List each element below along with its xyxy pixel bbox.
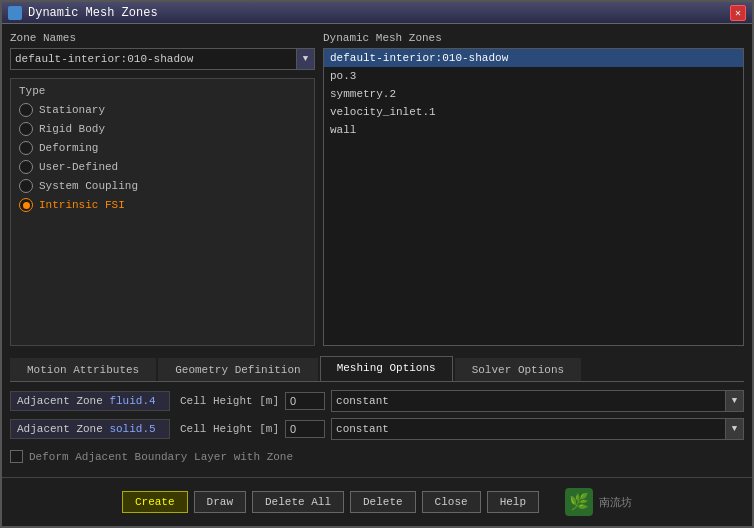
zone-dropdown-container: default-interior:010-shadow ▼ (10, 48, 315, 70)
radio-system-coupling[interactable]: System Coupling (19, 179, 306, 193)
main-content: Zone Names default-interior:010-shadow ▼… (2, 24, 752, 354)
watermark: 🌿 南流坊 (565, 488, 632, 516)
radio-stationary[interactable]: Stationary (19, 103, 306, 117)
field-row-solid5: Adjacent Zone solid.5 Cell Height [m] co… (10, 418, 744, 440)
constant-dropdown-2[interactable]: constant (331, 418, 726, 440)
deform-checkbox[interactable] (10, 450, 23, 463)
list-item-symmetry2[interactable]: symmetry.2 (324, 85, 743, 103)
type-label: Type (19, 85, 306, 97)
radio-circle-system-coupling (19, 179, 33, 193)
adjacent-zone-label-2: Adjacent Zone solid.5 (10, 419, 170, 439)
radio-label-deforming: Deforming (39, 142, 98, 154)
zone-dropdown-arrow[interactable]: ▼ (297, 48, 315, 70)
radio-deforming[interactable]: Deforming (19, 141, 306, 155)
cell-height-label-2: Cell Height [m] (180, 423, 279, 435)
radio-dot-intrinsic-fsi (23, 202, 30, 209)
cell-height-label-1: Cell Height [m] (180, 395, 279, 407)
tabs-row: Motion Attributes Geometry Definition Me… (10, 354, 744, 382)
close-button[interactable]: ✕ (730, 5, 746, 21)
adjacent-zone-value-2: solid.5 (109, 423, 155, 435)
tab-solver-options[interactable]: Solver Options (455, 358, 581, 381)
cell-height-input-2[interactable] (285, 420, 325, 438)
list-item-po3[interactable]: po.3 (324, 67, 743, 85)
draw-button[interactable]: Draw (194, 491, 246, 513)
tab-content-meshing: Adjacent Zone fluid.4 Cell Height [m] co… (2, 382, 752, 477)
radio-intrinsic-fsi[interactable]: Intrinsic FSI (19, 198, 306, 212)
field-row-fluid4: Adjacent Zone fluid.4 Cell Height [m] co… (10, 390, 744, 412)
tab-motion-attributes[interactable]: Motion Attributes (10, 358, 156, 381)
title-bar: Dynamic Mesh Zones ✕ (2, 2, 752, 24)
radio-label-system-coupling: System Coupling (39, 180, 138, 192)
adjacent-zone-value-1: fluid.4 (109, 395, 155, 407)
radio-circle-rigid-body (19, 122, 33, 136)
constant-dropdown-1[interactable]: constant (331, 390, 726, 412)
list-item-default-interior[interactable]: default-interior:010-shadow (324, 49, 743, 67)
zone-names-label: Zone Names (10, 32, 315, 44)
list-item-wall[interactable]: wall (324, 121, 743, 139)
radio-user-defined[interactable]: User-Defined (19, 160, 306, 174)
cell-height-input-1[interactable] (285, 392, 325, 410)
tab-meshing-options[interactable]: Meshing Options (320, 356, 453, 381)
watermark-icon: 🌿 (565, 488, 593, 516)
close-bottom-button[interactable]: Close (422, 491, 481, 513)
dynamic-mesh-zones-label: Dynamic Mesh Zones (323, 32, 744, 44)
constant-dropdown-arrow-2[interactable]: ▼ (726, 418, 744, 440)
watermark-text: 南流坊 (599, 495, 632, 510)
help-button[interactable]: Help (487, 491, 539, 513)
right-panel: Dynamic Mesh Zones default-interior:010-… (323, 32, 744, 346)
main-window: Dynamic Mesh Zones ✕ Zone Names default-… (0, 0, 754, 528)
zone-dropdown[interactable]: default-interior:010-shadow (10, 48, 297, 70)
bottom-buttons: Create Draw Delete All Delete Close Help… (2, 477, 752, 526)
radio-circle-stationary (19, 103, 33, 117)
adjacent-zone-label-1: Adjacent Zone fluid.4 (10, 391, 170, 411)
constant-dropdown-arrow-1[interactable]: ▼ (726, 390, 744, 412)
radio-rigid-body[interactable]: Rigid Body (19, 122, 306, 136)
radio-circle-deforming (19, 141, 33, 155)
radio-label-intrinsic-fsi: Intrinsic FSI (39, 199, 125, 211)
dynamic-mesh-zones-list[interactable]: default-interior:010-shadow po.3 symmetr… (323, 48, 744, 346)
radio-circle-intrinsic-fsi (19, 198, 33, 212)
radio-circle-user-defined (19, 160, 33, 174)
window-title: Dynamic Mesh Zones (28, 6, 730, 20)
radio-label-user-defined: User-Defined (39, 161, 118, 173)
tabs-area: Motion Attributes Geometry Definition Me… (2, 354, 752, 477)
constant-dropdown-container-2: constant ▼ (331, 418, 744, 440)
window-icon (8, 6, 22, 20)
checkbox-row: Deform Adjacent Boundary Layer with Zone (10, 450, 744, 463)
tab-geometry-definition[interactable]: Geometry Definition (158, 358, 317, 381)
left-panel: Zone Names default-interior:010-shadow ▼… (10, 32, 315, 346)
constant-dropdown-container-1: constant ▼ (331, 390, 744, 412)
radio-label-rigid-body: Rigid Body (39, 123, 105, 135)
radio-label-stationary: Stationary (39, 104, 105, 116)
create-button[interactable]: Create (122, 491, 188, 513)
deform-checkbox-label: Deform Adjacent Boundary Layer with Zone (29, 451, 293, 463)
delete-all-button[interactable]: Delete All (252, 491, 344, 513)
type-group: Type Stationary Rigid Body Deforming Use… (10, 78, 315, 346)
delete-button[interactable]: Delete (350, 491, 416, 513)
list-item-velocity-inlet1[interactable]: velocity_inlet.1 (324, 103, 743, 121)
